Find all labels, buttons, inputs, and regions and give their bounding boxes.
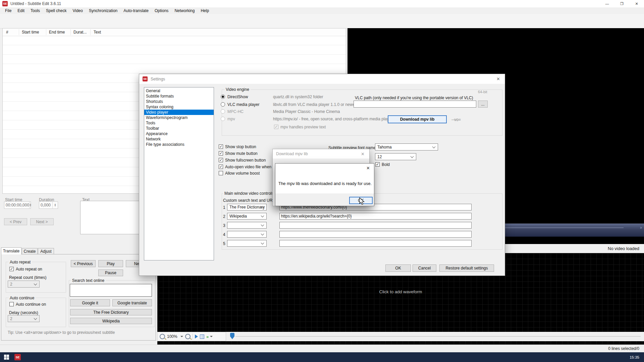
play-button[interactable]: Play xyxy=(98,260,123,267)
restore-defaults-button[interactable]: Restore default settings xyxy=(439,264,494,272)
column-number[interactable]: # xyxy=(6,30,8,35)
auto-continue-group-label: Auto continue xyxy=(8,296,36,300)
search-row-2-url[interactable]: https://en.wikipedia.org/wiki?search={0} xyxy=(279,213,472,220)
menu-synchronization[interactable]: Synchronization xyxy=(86,7,120,14)
category-tools[interactable]: Tools xyxy=(144,120,214,126)
vlc-path-input[interactable] xyxy=(354,101,476,108)
taskbar-subtitle-edit-icon[interactable]: SE xyxy=(14,354,21,360)
settings-close-icon[interactable]: ✕ xyxy=(496,76,500,81)
settings-category-list[interactable]: General Subtitle formats Shortcuts Synta… xyxy=(144,87,214,260)
vlc-path-browse-button[interactable]: ... xyxy=(478,101,488,108)
zoom-out-icon[interactable] xyxy=(160,334,165,339)
search-row-5-engine[interactable] xyxy=(227,240,267,247)
menu-help[interactable]: Help xyxy=(198,7,212,14)
category-general[interactable]: General xyxy=(144,88,214,94)
delay-combobox[interactable]: 2 xyxy=(8,315,40,322)
font-size-combobox[interactable]: 12 xyxy=(375,153,416,160)
playback-speed-icon[interactable]: » xyxy=(206,334,208,339)
fast-forward-icon[interactable]: ›› xyxy=(640,225,641,230)
menu-auto-translate[interactable]: Auto-translate xyxy=(120,7,152,14)
auto-open-video-checkbox[interactable]: Auto-open video file when op xyxy=(219,165,277,169)
close-icon[interactable]: ✕ xyxy=(629,0,644,7)
category-syntax-coloring[interactable]: Syntax coloring xyxy=(144,104,214,110)
menu-file[interactable]: File xyxy=(2,7,14,14)
next-subtitle-button[interactable]: Next > xyxy=(30,218,54,225)
directshow-radio[interactable] xyxy=(221,95,225,99)
volume-boost-checkbox[interactable]: Allow volume boost xyxy=(219,171,260,176)
vlc-radio[interactable] xyxy=(221,102,225,107)
google-translate-button[interactable]: Google translate xyxy=(112,299,152,306)
menu-options[interactable]: Options xyxy=(152,7,171,14)
previous-button[interactable]: < Previous xyxy=(71,260,96,267)
search-row-5-url[interactable] xyxy=(279,240,472,247)
category-shortcuts[interactable]: Shortcuts xyxy=(144,99,214,104)
search-row-3-url[interactable] xyxy=(279,222,472,229)
show-stop-checkbox[interactable]: Show stop button xyxy=(219,144,256,149)
download-dialog-close-icon[interactable]: ✕ xyxy=(361,152,365,157)
menu-networking[interactable]: Networking xyxy=(171,7,198,14)
bold-checkbox[interactable]: Bold xyxy=(375,162,390,167)
pause-button[interactable]: Pause xyxy=(98,269,123,276)
search-text-input[interactable] xyxy=(70,284,152,297)
search-row-1-engine[interactable]: The Free Dictionary xyxy=(227,204,267,210)
prev-subtitle-button[interactable]: < Prev xyxy=(4,218,27,225)
menu-tools[interactable]: Tools xyxy=(28,7,43,14)
waveform-position-slider[interactable] xyxy=(226,332,644,341)
search-online-group-label: Search text online xyxy=(71,278,106,283)
search-row-3-engine[interactable] xyxy=(227,222,267,229)
menu-spell-check[interactable]: Spell check xyxy=(43,7,69,14)
waveform-play-icon[interactable] xyxy=(195,335,198,339)
mpv-preview-checkbox[interactable]: mpv handles preview text xyxy=(274,125,326,129)
category-file-type-associations[interactable]: File type associations xyxy=(144,142,214,147)
show-mute-checkbox[interactable]: Show mute button xyxy=(219,151,258,156)
wikipedia-button[interactable]: Wikipedia xyxy=(70,318,152,324)
search-row-4-url[interactable] xyxy=(279,231,472,238)
zoom-in-icon[interactable] xyxy=(185,334,191,339)
category-video-player[interactable]: Video player xyxy=(144,110,214,115)
settings-cancel-button[interactable]: Cancel xyxy=(413,264,436,272)
tab-create[interactable]: Create xyxy=(22,248,38,254)
vo-label: --vo= xyxy=(451,117,461,122)
auto-continue-checkbox[interactable]: Auto continue on xyxy=(9,302,46,307)
show-fullscreen-checkbox[interactable]: Show fullscreen button xyxy=(219,158,266,163)
free-dictionary-button[interactable]: The Free Dictionary xyxy=(70,309,152,315)
category-toolbar[interactable]: Toolbar xyxy=(144,126,214,131)
column-start-time[interactable]: Start time xyxy=(22,30,39,35)
maximize-icon[interactable]: ❐ xyxy=(614,0,629,7)
vertical-zoom-icon[interactable] xyxy=(200,335,204,339)
windows-start-icon[interactable] xyxy=(4,355,9,360)
speed-dropdown-icon[interactable] xyxy=(210,336,213,339)
category-waveform-spectrogram[interactable]: Waveform/spectrogram xyxy=(144,115,214,120)
search-row-4-engine[interactable] xyxy=(227,231,267,238)
duration-spinner[interactable]: 0,000 ▲▼ xyxy=(39,201,58,209)
waveform-zoom-level[interactable]: 100% xyxy=(167,334,178,339)
minimize-icon[interactable]: — xyxy=(600,0,614,7)
preview-font-combobox[interactable]: Tahoma xyxy=(375,143,438,150)
directshow-label: DirectShow xyxy=(227,95,248,99)
repeat-count-combobox[interactable]: 2 xyxy=(8,281,40,288)
category-subtitle-formats[interactable]: Subtitle formats xyxy=(144,94,214,99)
settings-ok-button[interactable]: OK xyxy=(385,264,411,272)
slider-thumb[interactable] xyxy=(230,333,234,339)
menu-video[interactable]: Video xyxy=(69,7,86,14)
column-end-time[interactable]: End time xyxy=(49,30,65,35)
menu-edit[interactable]: Edit xyxy=(14,7,28,14)
search-row-2-engine[interactable]: Wikipedia xyxy=(227,213,267,220)
settings-dialog-icon: SE xyxy=(143,76,148,81)
tab-translate[interactable]: Translate xyxy=(1,247,21,254)
category-appearance[interactable]: Appearance xyxy=(144,131,214,136)
mpc-hc-radio[interactable] xyxy=(221,109,225,114)
start-time-spinner[interactable]: 00:00:00,000 ▲▼ xyxy=(4,201,31,209)
zoom-dropdown-icon[interactable] xyxy=(180,336,183,339)
message-box-close-icon[interactable]: ✕ xyxy=(366,166,370,171)
download-mpv-button[interactable]: Download mpv lib xyxy=(388,115,447,123)
google-it-button[interactable]: Google it xyxy=(70,299,110,306)
category-network[interactable]: Network xyxy=(144,136,214,142)
toolbar-separator xyxy=(193,334,193,340)
lines-selected-status: 0 lines selected/0 xyxy=(608,346,639,351)
column-text[interactable]: Text xyxy=(94,30,101,35)
column-duration[interactable]: Durat... xyxy=(73,30,87,35)
auto-repeat-checkbox[interactable]: Auto repeat on xyxy=(9,267,42,272)
tab-adjust[interactable]: Adjust xyxy=(38,248,54,254)
mpv-radio[interactable] xyxy=(221,117,225,121)
